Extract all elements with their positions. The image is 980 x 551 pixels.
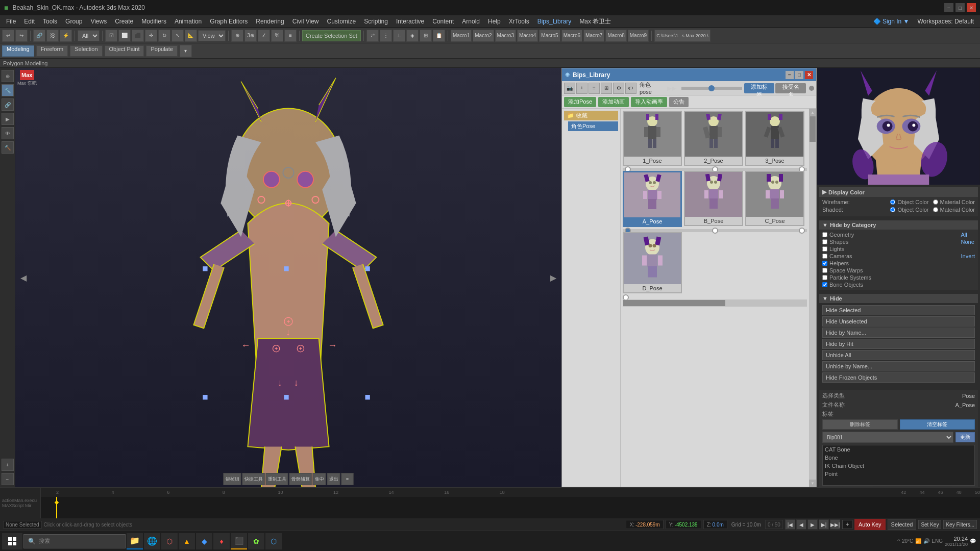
bips-camera-btn[interactable]: 📷 [564,83,575,94]
view-dropdown[interactable]: View [198,30,226,41]
bips-close-button[interactable]: ✕ [805,71,813,79]
bips-nav-add-pose[interactable]: 添加Pose [564,97,596,107]
helpers-check[interactable] [822,261,827,266]
menu-views[interactable]: Views [86,15,111,28]
unlink-button[interactable]: ⛓ [46,30,59,42]
object-paint-button[interactable]: Object Paint [105,45,144,57]
menu-scripting[interactable]: Scripting [360,15,392,28]
bips-scroll-up-btn[interactable]: ▲ [809,109,816,116]
menu-group[interactable]: Group [61,15,86,28]
shaded-obj-color[interactable]: Object Color [890,207,928,213]
wireframe-obj-color[interactable]: Object Color [890,199,928,205]
set-key-button[interactable]: Set Key [918,520,941,529]
point-item[interactable]: Point [823,470,974,478]
hide-unselected-button[interactable]: Hide Unselected [822,316,975,327]
normal-align-btn[interactable]: ⊥ [393,30,405,42]
wifi-icon[interactable]: 📶 [915,538,921,544]
bips-add-btn[interactable]: + [576,83,587,94]
timeline-cursor[interactable] [56,497,57,518]
bips-folder-favorites[interactable]: 📁 收藏 [564,111,618,120]
bips-list-btn[interactable]: ≡ [589,83,600,94]
pose-thumb-d[interactable]: D_Pose [623,232,682,293]
ik-chain-item[interactable]: IK Chain Object [823,462,974,470]
selection-mode-button[interactable]: Selection [70,45,102,57]
link-button[interactable]: 🔗 [33,30,45,42]
close-button[interactable]: ✕ [967,3,976,12]
taskbar-app2[interactable]: ▲ [179,533,195,549]
macro6-btn[interactable]: Macro6 [561,30,582,42]
reset-xform-btn[interactable]: 重制工具 [266,473,288,485]
bips-settings-btn[interactable]: ⚙ [613,83,624,94]
paint-options-btn[interactable]: ▾ [180,45,192,57]
next-frame-btn[interactable]: ▶| [819,519,829,530]
filter-btn[interactable]: 快捷工具 [242,473,265,485]
bips-nav-import[interactable]: 导入动画率 [631,97,667,107]
workspaces-dropdown[interactable]: Workspaces: Default [914,15,978,28]
spacewarps-check[interactable] [822,268,827,273]
bip001-dropdown[interactable]: Bip001 [822,432,953,443]
bone-type-list[interactable]: CAT Bone Bone IK Chain Object Point [822,445,975,486]
place-highlight-btn[interactable]: ◈ [406,30,419,42]
macro8-btn[interactable]: Macro8 [605,30,626,42]
taskbar-app3[interactable]: ◆ [196,533,212,549]
layer-dropdown[interactable]: All [78,30,100,41]
hide-selected-button[interactable]: Hide Selected [822,305,975,315]
cat-bone-item[interactable]: CAT Bone [823,445,974,454]
menu-interactive[interactable]: Interactive [392,15,428,28]
bips-scroll-down-btn[interactable]: ▼ [809,480,816,487]
bone-item[interactable]: Bone [823,454,974,462]
timeline-body[interactable] [41,497,980,518]
key-filters-button[interactable]: Key Filters... [943,520,977,529]
mirror-btn[interactable]: ⇌ [366,30,379,42]
percent-snap[interactable]: % [271,30,283,42]
taskbar-3dsmax[interactable]: ⬛ [231,533,247,549]
hide-frozen-button[interactable]: Hide Frozen Objects [822,372,975,383]
viewport-pan-left[interactable]: ◀ [20,273,27,283]
move-btn[interactable]: ✛ [145,30,157,42]
cameras-check[interactable] [822,254,827,259]
update-button[interactable]: 更新 [955,432,975,442]
pose-thumb-a[interactable]: A_Pose [623,171,682,227]
bips-accept-name-button[interactable]: 接受名名 [775,83,806,93]
wireframe-mat-color[interactable]: Material Color [933,199,975,205]
bone-edit-btn[interactable]: 骨骼辅算 [289,473,312,485]
prev-keyframe-btn[interactable]: |◀ [785,519,795,530]
bind-button[interactable]: ⚡ [60,30,72,42]
macro2-btn[interactable]: Macro2 [473,30,494,42]
display-panel-icon[interactable]: 👁 [2,127,14,139]
menu-civil-view[interactable]: Civil View [288,15,323,28]
select-filter-btn[interactable]: ⬛ [132,30,144,42]
menu-customize[interactable]: Customize [323,15,360,28]
taskbar-app1[interactable]: ⬡ [161,533,178,549]
menu-animation[interactable]: Animation [170,15,206,28]
taskbar-search[interactable]: 🔍 搜索 [23,534,126,548]
start-button[interactable] [2,533,22,549]
keyframe-btn[interactable]: 键桢组 [224,473,241,485]
modeling-mode-button[interactable]: Modeling [2,45,34,57]
hide-header[interactable]: ▼ Hide [819,294,978,303]
pose-thumb-1[interactable]: 1_Pose [623,111,682,166]
shaded-mat-color[interactable]: Material Color [933,207,975,213]
menu-max-helper[interactable]: Max 希卫士 [575,15,615,28]
bips-add-tag-button[interactable]: 添加标签 [744,83,775,93]
select-btn[interactable]: ☑ [105,30,117,42]
clock-display[interactable]: 20:24 2021/11/20 [945,536,968,547]
display-color-header[interactable]: ▶ Display Color [819,187,978,197]
particle-check[interactable] [822,275,827,280]
maximize-button[interactable]: □ [955,3,965,12]
taskbar-explorer[interactable]: 📁 [127,533,143,549]
pose-thumb-b[interactable]: B_Pose [684,171,743,226]
array-btn[interactable]: ⊞ [420,30,432,42]
shapes-check[interactable] [822,239,827,244]
menu-arnold[interactable]: Arnold [458,15,484,28]
taskbar-app4[interactable]: ♦ [213,533,230,549]
viewport-pan-right[interactable]: ▶ [550,273,556,283]
macro9-btn[interactable]: Macro9 [628,30,649,42]
clear-tag-button[interactable]: 清空标签 [900,419,975,430]
menu-modifiers[interactable]: Modifiers [137,15,170,28]
redo-button[interactable]: ↪ [15,30,28,42]
reference-btn[interactable]: 📐 [185,30,197,42]
bips-nav-publish[interactable]: 公告 [669,97,689,107]
notification-icon[interactable]: 💬 [970,538,976,544]
create-panel-icon[interactable]: ⊕ [2,70,14,82]
